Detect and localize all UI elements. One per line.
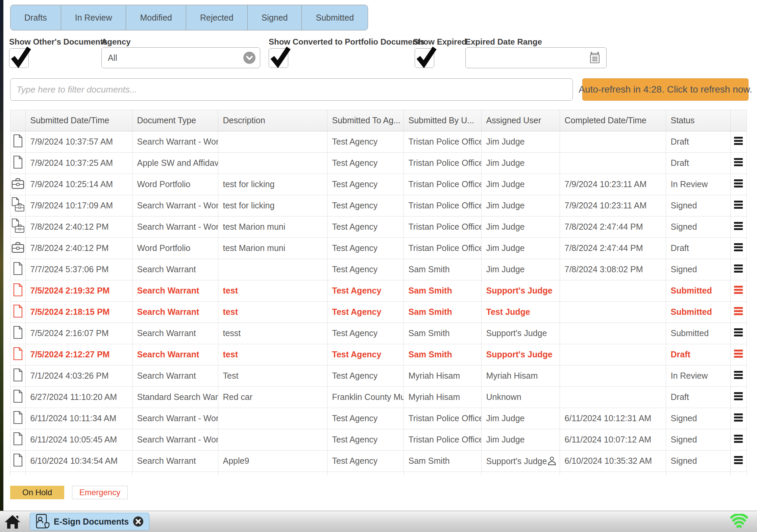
row-menu-icon[interactable] [734,137,743,147]
cell-completed-date [560,323,666,344]
cell-submitted-by-user: Tristan Police Office [404,152,481,174]
show-expired-checkbox[interactable] [415,48,434,68]
table-row[interactable]: 7/5/2024 2:18:15 PMSearch WarranttestTes… [10,301,747,323]
table-row[interactable]: 7/9/2024 10:17:09 AMSearch Warrant - Wor… [10,195,747,216]
cell-row-menu[interactable] [730,386,747,408]
row-menu-icon[interactable] [734,158,743,168]
document-portfolio-icon [11,226,25,235]
row-menu-icon[interactable] [734,414,743,423]
taskbar-tab-esign-documents[interactable]: E-Sign Documents [30,513,149,530]
cell-completed-date [560,280,666,301]
cell-row-menu[interactable] [730,152,747,174]
cell-row-menu[interactable] [730,301,747,323]
row-menu-icon[interactable] [734,307,743,317]
cell-assigned-user: Support's Judge [481,280,560,301]
cell-row-menu[interactable] [730,195,747,216]
cell-row-menu[interactable] [730,344,747,365]
cell-document-type: Search Warrant [132,344,218,365]
column-header-document-type[interactable]: Document Type [132,110,218,131]
cell-row-menu[interactable] [730,237,747,259]
cell-completed-date: 7/9/2024 10:23:11 AM [560,174,666,195]
document-icon [13,437,23,447]
row-menu-icon[interactable] [734,180,743,189]
cell-description: test [218,280,327,301]
table-row[interactable]: 7/5/2024 2:16:07 PMSearch WarranttesstTe… [10,323,747,344]
cell-submitted-date: 7/5/2024 2:12:27 PM [25,344,132,365]
expired-date-range-input[interactable] [465,47,607,68]
cell-assigned-user: Jim Judge [481,195,560,216]
cell-row-menu[interactable] [730,259,747,280]
cell-assigned-user: Jim Judge [481,259,560,280]
cell-description: Red car [218,386,327,408]
cell-row-menu[interactable] [730,408,747,429]
cell-document-icon [10,174,25,195]
table-row[interactable]: 7/8/2024 2:40:12 PMSearch Warrant - Wort… [10,216,747,237]
cell-document-icon [10,152,25,174]
show-converted-checkbox[interactable] [269,48,288,68]
cell-document-icon [10,131,25,152]
row-menu-icon[interactable] [734,265,743,274]
tab-signed[interactable]: Signed [247,5,302,30]
table-row[interactable]: 7/8/2024 2:40:12 PMWord Portfoliotest Ma… [10,237,747,259]
row-menu-icon[interactable] [734,244,743,253]
home-icon[interactable] [4,514,21,529]
column-header-submitted-by-u[interactable]: Submitted By U... [404,110,481,131]
cell-submitted-by-user: Sam Smith [404,450,481,472]
cell-submitted-date: 6/27/2024 11:10:20 AM [25,386,132,408]
table-row[interactable]: 7/9/2024 10:25:14 AMWord Portfoliotest f… [10,174,747,195]
table-row[interactable]: 6/11/2024 10:05:45 AMSearch Warrant - Wo… [10,429,747,450]
table-row[interactable]: 7/5/2024 2:12:27 PMSearch WarranttestTes… [10,344,747,365]
cell-row-menu[interactable] [730,323,747,344]
tab-submitted[interactable]: Submitted [301,5,368,30]
cell-assigned-user: Jim Judge [481,216,560,237]
row-menu-icon[interactable] [734,222,743,232]
cell-row-menu[interactable] [730,131,747,152]
document-filter-input[interactable] [10,78,573,101]
cell-row-menu [730,472,747,475]
cell-row-menu[interactable] [730,450,747,472]
table-row[interactable]: 6/11/2024 10:11:34 AMSearch Warrant - Wo… [10,408,747,429]
cell-submitted-by-user: Tristan Police Office [404,174,481,195]
column-header-assigned-user[interactable]: Assigned User [481,110,560,131]
column-header-menu [730,110,747,131]
agency-select[interactable]: All [101,47,260,68]
cell-row-menu[interactable] [730,429,747,450]
column-header-submitted-date-time[interactable]: Submitted Date/Time [25,110,132,131]
show-others-checkbox[interactable] [9,48,29,68]
row-menu-icon[interactable] [734,392,743,402]
row-menu-icon[interactable] [734,435,743,445]
row-menu-icon[interactable] [734,286,743,296]
auto-refresh-button[interactable]: Auto-refresh in 4:28. Click to refresh n… [582,78,749,101]
table-row[interactable]: 7/1/2024 4:03:26 PMSearch WarrantTestTes… [10,365,747,386]
column-header-icon [10,110,25,131]
cell-row-menu[interactable] [730,280,747,301]
column-header-status[interactable]: Status [666,110,730,131]
tab-drafts[interactable]: Drafts [10,5,61,30]
column-header-submitted-to-ag[interactable]: Submitted To Ag... [327,110,404,131]
table-row[interactable]: 7/5/2024 2:19:32 PMSearch WarranttestTes… [10,280,747,301]
portfolio-icon [11,181,24,191]
cell-submitted-to-agency: Test Agency [327,195,404,216]
table-row[interactable]: 6/10/2024 10:34:54 AMSearch WarrantApple… [10,450,747,472]
column-header-description[interactable]: Description [218,110,327,131]
close-icon[interactable] [133,516,144,527]
cell-description [218,131,327,152]
tab-rejected[interactable]: Rejected [186,5,248,30]
table-row[interactable]: 6/27/2024 11:10:20 AMStandard Search War… [10,386,747,408]
cell-row-menu[interactable] [730,365,747,386]
cell-document-type: Search Warrant [132,365,218,386]
tab-in-review[interactable]: In Review [61,5,126,30]
cell-row-menu[interactable] [730,174,747,195]
table-row[interactable]: 7/7/2024 5:37:06 PMSearch WarrantTest Ag… [10,259,747,280]
tab-modified[interactable]: Modified [126,5,186,30]
table-row[interactable]: 7/9/2024 10:37:57 AMSearch Warrant - Wor… [10,131,747,152]
row-menu-icon[interactable] [734,371,743,381]
row-menu-icon[interactable] [734,456,743,466]
row-menu-icon[interactable] [734,329,743,338]
column-header-completed-date-time[interactable]: Completed Date/Time [560,110,666,131]
row-menu-icon[interactable] [734,201,743,210]
cell-status: Submitted [666,323,730,344]
table-row[interactable]: 7/9/2024 10:37:25 AMApple SW and Affidav… [10,152,747,174]
cell-row-menu[interactable] [730,216,747,237]
row-menu-icon[interactable] [734,350,743,359]
